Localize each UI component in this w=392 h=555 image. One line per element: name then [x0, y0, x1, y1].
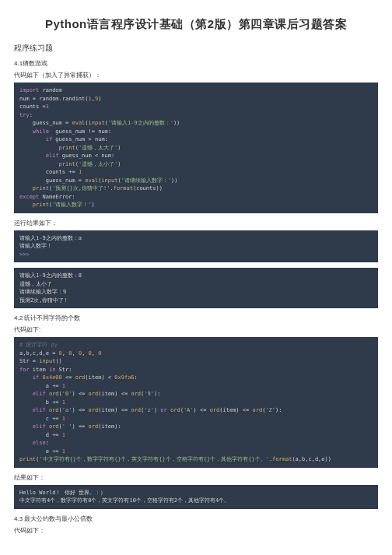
section-header: 程序练习题	[14, 43, 378, 54]
ex2-code: # 统计字符 py a,b,c,d,e = 0, 0, 0, 0, 0 Str …	[14, 337, 378, 468]
ex1-code-intro: 代码如下（加入了异常捕获）：	[14, 71, 378, 80]
ex1-title: 4.1猜数游戏	[14, 59, 378, 68]
ex3-code-intro: 代码如下：	[14, 526, 378, 536]
ex2-result-label: 结果如下：	[14, 473, 378, 482]
ex2-output: Hello World！ 你好 世界。：） 中文字符有4个，数字字符有0个，英文…	[14, 485, 378, 509]
ex2-code-intro: 代码如下:	[14, 325, 378, 335]
ex1-code: import random num = random.randint(1,9) …	[14, 83, 378, 213]
ex1-output2: 请输入1-9之内的整数：8 遗憾，太小了 请继续输入数字：9 预测2次,你猜中了…	[14, 268, 378, 308]
ex1-output1: 请输入1-9之内的整数：a 请输入数字！ >>>	[14, 230, 378, 263]
page-title: Python语言程序设计基础（第2版）第四章课后习题答案	[14, 17, 378, 32]
ex3-title: 4.3 最大公约数与最小公倍数	[14, 515, 378, 524]
ex2-title: 4.2 统计不同字符的个数	[14, 314, 378, 323]
ex1-run-label: 运行结果如下：	[14, 219, 378, 227]
